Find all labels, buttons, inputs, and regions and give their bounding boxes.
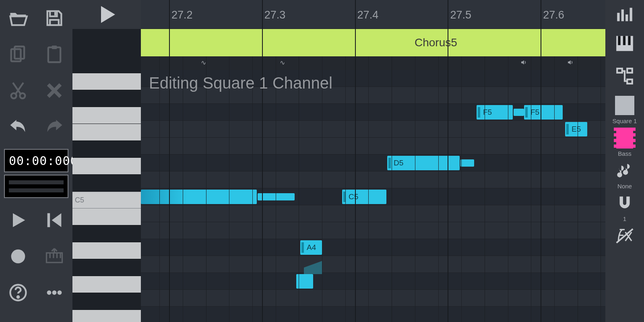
svg-point-13	[52, 291, 57, 295]
svg-rect-3	[48, 47, 60, 62]
delete-button[interactable]	[36, 72, 72, 109]
play-start-button[interactable]	[0, 202, 36, 238]
channel-bass[interactable]: Bass	[605, 127, 644, 159]
svg-rect-18	[630, 8, 632, 21]
speaker-icon	[567, 59, 576, 68]
editing-label: Editing Square 1 Channel	[149, 74, 332, 92]
svg-rect-24	[627, 68, 632, 72]
note[interactable]	[141, 190, 257, 204]
speaker-icon	[520, 59, 529, 68]
svg-point-26	[617, 172, 622, 178]
svg-rect-25	[627, 79, 632, 83]
help-button[interactable]	[0, 275, 36, 311]
svg-rect-23	[617, 68, 622, 72]
channel-none[interactable]: None	[605, 159, 644, 192]
piano-roll[interactable]: 27.227.327.427.527.6 Chorus5 ∿ ∿ Editing…	[141, 0, 605, 322]
note[interactable]: F5	[477, 105, 513, 120]
keyboard-button[interactable]	[36, 238, 72, 275]
note[interactable]: E5	[565, 122, 587, 136]
square-chip-icon	[615, 96, 634, 115]
cut-button[interactable]	[0, 72, 36, 109]
bass-chip-icon	[616, 128, 633, 149]
note[interactable]: C5	[342, 190, 386, 204]
piano-view-button[interactable]	[605, 29, 644, 58]
redo-button[interactable]	[36, 109, 72, 145]
note-tail[interactable]	[514, 109, 524, 116]
save-button[interactable]	[36, 0, 72, 36]
svg-rect-15	[617, 13, 619, 21]
play-button[interactable]	[72, 0, 141, 29]
wave-icon: ∿	[201, 59, 210, 68]
timeline-ruler[interactable]: 27.227.327.427.527.6	[141, 0, 605, 29]
record-button[interactable]	[0, 238, 36, 275]
undo-button[interactable]	[0, 109, 36, 145]
time-display[interactable]: 00:00:000	[4, 149, 68, 172]
note[interactable]: D5	[387, 156, 460, 170]
svg-rect-0	[54, 12, 56, 16]
copy-button[interactable]	[0, 36, 36, 72]
rewind-button[interactable]	[36, 202, 72, 238]
svg-rect-17	[625, 14, 628, 21]
svg-point-12	[47, 291, 52, 295]
note[interactable]: F5	[524, 105, 563, 120]
svg-point-11	[17, 296, 19, 298]
piano-keys[interactable]: C5	[72, 0, 141, 322]
mixer-button[interactable]	[605, 0, 644, 29]
svg-point-8	[11, 250, 25, 264]
note-tail[interactable]	[258, 193, 295, 200]
svg-point-27	[623, 170, 628, 175]
svg-rect-20	[618, 36, 620, 45]
open-button[interactable]	[0, 0, 36, 36]
svg-rect-21	[623, 36, 625, 45]
fx-button[interactable]	[605, 225, 644, 247]
tree-button[interactable]	[605, 58, 644, 94]
level-display	[4, 175, 68, 198]
note-tail[interactable]	[460, 159, 474, 167]
wave-icon: ∿	[280, 59, 289, 68]
snap-button[interactable]: 1	[605, 192, 644, 225]
paste-button[interactable]	[36, 36, 72, 72]
section-marker[interactable]: Chorus5	[141, 29, 605, 56]
svg-rect-4	[52, 45, 57, 49]
channel-square1[interactable]: Square 1	[605, 94, 644, 127]
note[interactable]: A4	[300, 240, 322, 255]
svg-rect-16	[621, 10, 624, 21]
svg-rect-22	[628, 36, 630, 45]
svg-rect-7	[47, 213, 50, 227]
marker-track[interactable]: ∿ ∿	[141, 56, 605, 70]
more-button[interactable]	[36, 275, 72, 311]
svg-point-14	[58, 291, 62, 295]
